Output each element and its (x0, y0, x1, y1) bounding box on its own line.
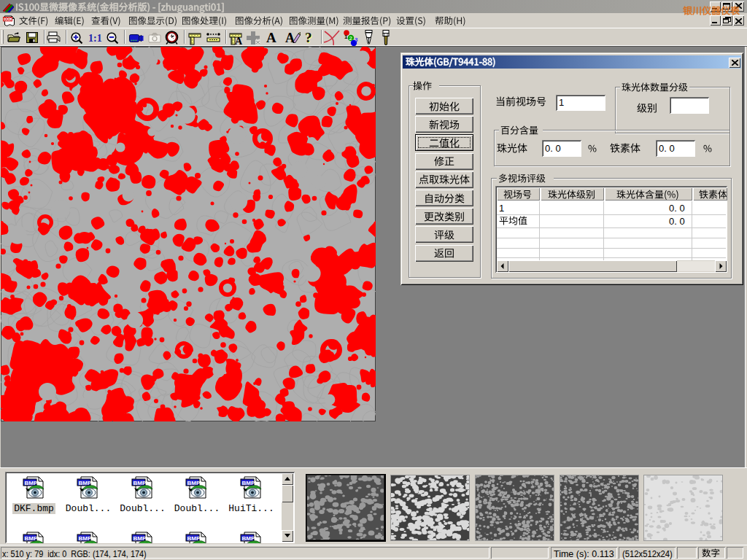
svg-text:BMP: BMP (133, 535, 146, 542)
svg-text:BMP: BMP (133, 480, 146, 486)
svg-text:2: 2 (349, 35, 353, 42)
svg-text:BMP: BMP (79, 480, 92, 486)
svg-text:1: 1 (344, 34, 348, 40)
svg-text:BMP: BMP (24, 480, 37, 486)
svg-text:BMP: BMP (187, 535, 201, 542)
svg-text:BMP: BMP (187, 480, 201, 486)
svg-text:BMP: BMP (24, 535, 37, 542)
svg-text:DOC: DOC (4, 18, 12, 21)
svg-text:3: 3 (355, 36, 358, 43)
svg-text:BMP: BMP (79, 535, 92, 542)
svg-text:BMP: BMP (241, 480, 255, 486)
svg-text:A: A (235, 36, 243, 45)
svg-text:BMP: BMP (241, 535, 255, 542)
